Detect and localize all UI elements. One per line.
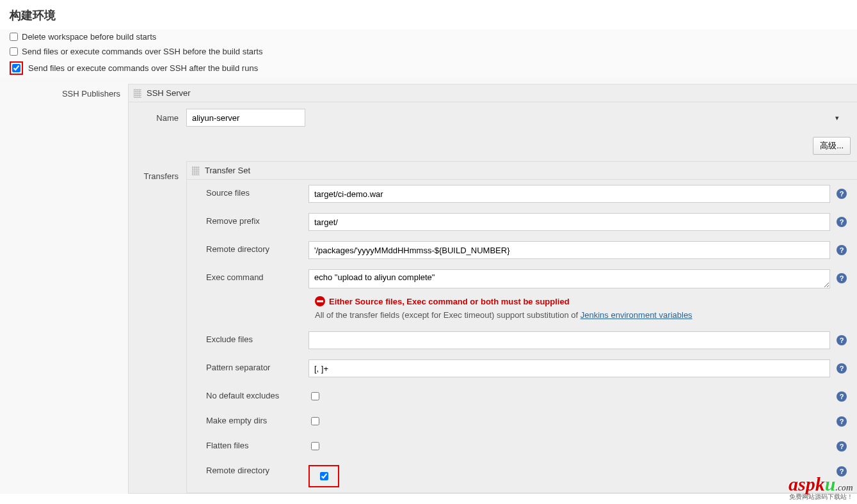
- error-message: Either Source files, Exec command or bot…: [187, 294, 857, 308]
- drag-handle-icon[interactable]: [192, 166, 200, 175]
- help-icon[interactable]: [837, 245, 847, 255]
- exclude-files-input[interactable]: [308, 331, 830, 349]
- exec-cmd-row: Exec command echo "upload to aliyun comp…: [187, 264, 857, 294]
- flatten-checkbox[interactable]: [311, 442, 319, 450]
- transfer-set-title: Transfer Set: [205, 166, 250, 175]
- advanced-row: 高级...: [129, 133, 857, 161]
- ssh-before-checkbox[interactable]: [10, 47, 18, 56]
- remove-prefix-label: Remove prefix: [187, 213, 308, 226]
- checkbox-label: Delete workspace before build starts: [22, 32, 156, 42]
- make-empty-row: Make empty dirs: [187, 407, 857, 432]
- content-column: SSH Server Name 高级... Transfers Transfer…: [128, 84, 857, 494]
- source-files-row: Source files: [187, 180, 857, 208]
- jenkins-env-link[interactable]: Jenkins environment variables: [581, 310, 693, 320]
- checkbox-delete-workspace[interactable]: Delete workspace before build starts: [0, 29, 857, 44]
- checkbox-ssh-before[interactable]: Send files or execute commands over SSH …: [0, 44, 857, 59]
- flatten-row: Flatten files: [187, 432, 857, 457]
- ssh-publishers-label: SSH Publishers: [62, 89, 120, 98]
- make-empty-checkbox[interactable]: [311, 417, 319, 425]
- watermark-brand-u: u: [825, 473, 836, 494]
- make-empty-label: Make empty dirs: [187, 413, 308, 425]
- help-icon[interactable]: [837, 441, 847, 452]
- help-icon[interactable]: [837, 189, 847, 199]
- help-icon[interactable]: [837, 391, 847, 402]
- exec-cmd-input[interactable]: echo "upload to aliyun complete": [308, 269, 830, 288]
- help-icon[interactable]: [837, 416, 847, 427]
- checkbox-label: Send files or execute commands over SSH …: [22, 47, 262, 56]
- remove-prefix-row: Remove prefix: [187, 208, 857, 236]
- checkbox-ssh-after[interactable]: Send files or execute commands over SSH …: [0, 59, 857, 77]
- drag-handle-icon[interactable]: [134, 89, 141, 98]
- left-column: SSH Publishers: [0, 84, 128, 494]
- exclude-files-row: Exclude files: [187, 326, 857, 354]
- transfers-label: Transfers: [129, 161, 186, 493]
- no-default-excludes-checkbox[interactable]: [311, 392, 319, 400]
- source-files-input[interactable]: [308, 185, 830, 203]
- pattern-sep-input[interactable]: [308, 359, 830, 377]
- help-icon[interactable]: [837, 335, 847, 345]
- remote-dir-label: Remote directory: [187, 241, 308, 254]
- source-files-label: Source files: [187, 185, 308, 198]
- ssh-after-checkbox[interactable]: [12, 64, 20, 72]
- no-default-excludes-row: No default excludes: [187, 382, 857, 407]
- help-icon[interactable]: [837, 217, 847, 227]
- name-select[interactable]: [186, 109, 305, 127]
- highlight-box: [10, 61, 23, 75]
- remove-prefix-input[interactable]: [308, 213, 830, 231]
- ssh-server-title: SSH Server: [147, 88, 191, 98]
- watermark-dot: .com: [835, 483, 853, 492]
- pattern-sep-row: Pattern separator: [187, 354, 857, 382]
- flatten-label: Flatten files: [187, 437, 308, 450]
- info-message: All of the transfer fields (except for E…: [187, 308, 857, 326]
- transfer-set-header: Transfer Set: [187, 162, 857, 180]
- pattern-sep-label: Pattern separator: [187, 359, 308, 372]
- transfer-panel: Transfer Set Source files Remove prefix …: [186, 161, 857, 493]
- exec-cmd-label: Exec command: [187, 269, 308, 282]
- server-name-row: Name: [129, 102, 857, 133]
- watermark: aspku.com 免费网站源码下载站！: [789, 475, 853, 494]
- advanced-button[interactable]: 高级...: [813, 137, 851, 155]
- remote-dir2-row: Remote directory: [187, 457, 857, 492]
- name-label: Name: [129, 113, 186, 123]
- error-text: Either Source files, Exec command or bot…: [329, 297, 570, 306]
- no-default-excludes-label: No default excludes: [187, 388, 308, 400]
- remote-dir2-checkbox[interactable]: [320, 472, 328, 480]
- help-icon[interactable]: [837, 273, 847, 283]
- watermark-brand: aspk: [789, 473, 825, 494]
- transfers-wrap: Transfers Transfer Set Source files Remo…: [129, 161, 857, 493]
- main-area: SSH Publishers SSH Server Name 高级... Tra…: [0, 77, 857, 494]
- checkbox-label: Send files or execute commands over SSH …: [28, 63, 258, 73]
- help-icon[interactable]: [837, 363, 847, 374]
- error-icon: [315, 296, 325, 306]
- name-select-wrap[interactable]: [186, 109, 844, 127]
- remote-dir-input[interactable]: [308, 241, 830, 259]
- highlight-box: [308, 465, 339, 487]
- remote-dir2-label: Remote directory: [187, 462, 308, 475]
- section-title: 构建环境: [0, 0, 857, 29]
- remote-dir-row: Remote directory: [187, 236, 857, 264]
- ssh-server-header: SSH Server: [129, 84, 857, 102]
- exclude-files-label: Exclude files: [187, 331, 308, 344]
- delete-workspace-checkbox[interactable]: [10, 33, 18, 41]
- info-text: All of the transfer fields (except for E…: [315, 310, 581, 320]
